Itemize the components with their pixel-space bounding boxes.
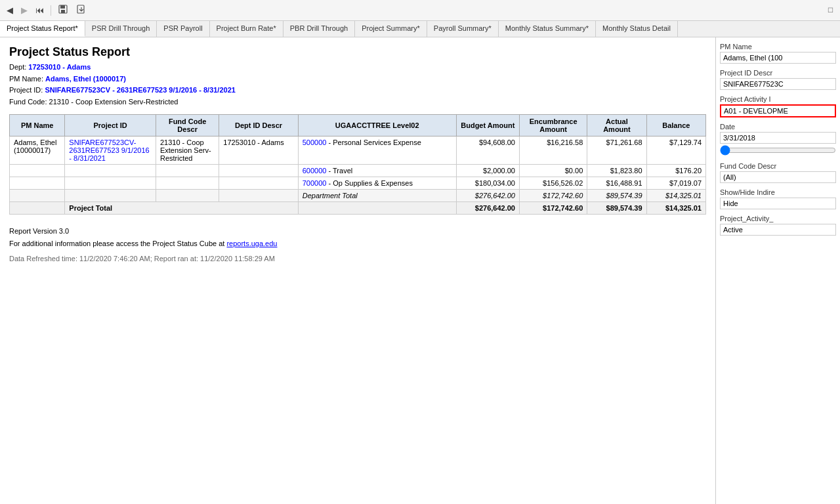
table-cell-actual: $1,823.80	[587, 165, 646, 177]
tab-monthly-status-summary[interactable]: Monthly Status Summary*	[499, 21, 596, 37]
report-info: For additional information please access…	[9, 238, 706, 250]
panel-pm-name-section: PM Name Adams, Ethel (100	[720, 43, 836, 64]
panel-project-id-label: Project ID Descr	[720, 69, 836, 77]
dept-total-budget: $276,642.00	[456, 190, 519, 202]
table-cell-budget: $94,608.00	[456, 136, 519, 165]
panel-show-hide-section: Show/Hide Indire Hide	[720, 188, 836, 209]
report-title: Project Status Report	[9, 45, 706, 59]
panel-date-label: Date	[720, 123, 836, 131]
table-cell-fund	[156, 177, 219, 190]
tab-bar: Project Status Report* PSR Drill Through…	[0, 21, 840, 37]
report-version: Report Version 3.0	[9, 225, 706, 238]
fund-code-value: 21310 - Coop Extension Serv-Restricted	[49, 98, 178, 106]
table-cell-balance: $176.20	[646, 165, 705, 177]
dept-label: Dept:	[9, 63, 26, 71]
main-layout: Project Status Report Dept: 17253010 - A…	[0, 37, 840, 504]
proj-total-label: Project Total	[65, 202, 298, 215]
panel-project-activity-value[interactable]: A01 - DEVELOPME	[720, 104, 836, 117]
tab-psr-drill-through[interactable]: PSR Drill Through	[85, 21, 157, 37]
table-cell-encumbrance: $0.00	[519, 165, 587, 177]
panel-project-activity-section: Project Activity I A01 - DEVELOPME	[720, 95, 836, 117]
project-link[interactable]: SNIFARE677523CV- 2631RE677523 9/1/2016 -…	[69, 138, 149, 162]
th-fund-code: Fund Code Descr	[156, 115, 219, 136]
th-balance: Balance	[646, 115, 705, 136]
report-meta: Dept: 17253010 - Adams PM Name: Adams, E…	[9, 62, 706, 108]
table-cell-balance: $7,129.74	[646, 136, 705, 165]
proj-total-budget: $276,642.00	[456, 202, 519, 215]
tab-payroll-summary[interactable]: Payroll Summary*	[427, 21, 499, 37]
report-footer: Report Version 3.0 For additional inform…	[9, 225, 706, 264]
uga-link[interactable]: 500000	[303, 138, 327, 146]
table-cell-pm	[10, 165, 65, 177]
dept-line: Dept: 17253010 - Adams	[9, 62, 706, 74]
panel-pm-name-label: PM Name	[720, 43, 836, 51]
uga-link[interactable]: 700000	[303, 179, 327, 187]
table-cell-actual: $16,488.91	[587, 177, 646, 190]
toolbar-separator	[51, 5, 51, 16]
pm-name-value: Adams, Ethel (1000017)	[45, 75, 126, 83]
back-button[interactable]: ◀	[4, 4, 16, 16]
th-uga-level02: UGAACCTTREE Level02	[298, 115, 456, 136]
table-cell-uga: 600000 - Travel	[298, 165, 456, 177]
table-cell-actual: $71,261.68	[587, 136, 646, 165]
th-budget: Budget Amount	[456, 115, 519, 136]
table-cell-dept: 17253010 - Adams	[219, 136, 298, 165]
panel-fund-code-section: Fund Code Descr (All)	[720, 162, 836, 183]
table-cell-project	[65, 165, 156, 177]
report-area: Project Status Report Dept: 17253010 - A…	[0, 37, 715, 504]
project-id-label: Project ID:	[9, 86, 43, 94]
toolbar: ◀ ▶ ⏮ ☐	[0, 0, 840, 21]
right-panel: PM Name Adams, Ethel (100 Project ID Des…	[715, 37, 840, 504]
panel-fund-code-value: (All)	[720, 171, 836, 183]
panel-project-activity-label: Project Activity I	[720, 95, 836, 103]
panel-fund-code-label: Fund Code Descr	[720, 162, 836, 170]
dept-total-balance: $14,325.01	[646, 190, 705, 202]
panel-date-slider[interactable]	[720, 145, 836, 156]
window-controls: ☐	[828, 7, 833, 14]
panel-pm-name-value: Adams, Ethel (100	[720, 52, 836, 64]
info-link[interactable]: reports.uga.edu	[226, 240, 277, 247]
save-button[interactable]	[55, 3, 71, 18]
panel-show-hide-label: Show/Hide Indire	[720, 188, 836, 196]
table-cell-fund	[156, 165, 219, 177]
dept-total-actual: $89,574.39	[587, 190, 646, 202]
tab-pbr-drill-through[interactable]: PBR Drill Through	[284, 21, 355, 37]
svg-rect-2	[61, 10, 65, 13]
table-row	[10, 190, 65, 202]
pm-name-line: PM Name: Adams, Ethel (1000017)	[9, 74, 706, 85]
proj-total-balance: $14,325.01	[646, 202, 705, 215]
table-cell-budget: $180,034.00	[456, 177, 519, 190]
tab-project-burn-rate[interactable]: Project Burn Rate*	[210, 21, 284, 37]
tab-project-summary[interactable]: Project Summary*	[355, 21, 427, 37]
table-cell-dept	[219, 165, 298, 177]
project-id-line: Project ID: SNIFARE677523CV - 2631RE6775…	[9, 85, 706, 96]
table-cell-pm: Adams, Ethel (10000017)	[10, 136, 65, 165]
forward-button[interactable]: ▶	[18, 4, 30, 16]
proj-total-actual: $89,574.39	[587, 202, 646, 215]
dept-total-label: Department Total	[298, 190, 456, 202]
tab-project-status-report[interactable]: Project Status Report*	[0, 21, 85, 37]
table-cell-pm	[10, 177, 65, 190]
back-to-start-button[interactable]: ⏮	[33, 4, 47, 16]
tab-monthly-status-detail[interactable]: Monthly Status Detail	[596, 21, 678, 37]
dept-total-encumbrance: $172,742.60	[519, 190, 587, 202]
table-row	[156, 190, 219, 202]
fund-code-label: Fund Code:	[9, 98, 47, 106]
panel-date-value: 3/31/2018	[720, 132, 836, 144]
pm-name-label: PM Name:	[9, 75, 43, 83]
dept-value: 17253010 - Adams	[28, 63, 91, 71]
table-cell-project: SNIFARE677523CV- 2631RE677523 9/1/2016 -…	[65, 136, 156, 165]
refresh-time: Data Refreshed time: 11/2/2020 7:46:20 A…	[9, 253, 706, 265]
export-button[interactable]	[74, 3, 89, 18]
table-cell-uga: 500000 - Personal Services Expense	[298, 136, 456, 165]
th-dept-id: Dept ID Descr	[219, 115, 298, 136]
table-cell-fund: 21310 - Coop Extension Serv-Restricted	[156, 136, 219, 165]
panel-project-activity-status-label: Project_Activity_	[720, 215, 836, 222]
th-pm-name: PM Name	[10, 115, 65, 136]
proj-total-encumbrance: $172,742.60	[519, 202, 587, 215]
uga-link[interactable]: 600000	[303, 167, 327, 175]
table-cell-project	[65, 177, 156, 190]
fund-code-line: Fund Code: 21310 - Coop Extension Serv-R…	[9, 96, 706, 108]
table-cell-budget: $2,000.00	[456, 165, 519, 177]
tab-psr-payroll[interactable]: PSR Payroll	[157, 21, 209, 37]
